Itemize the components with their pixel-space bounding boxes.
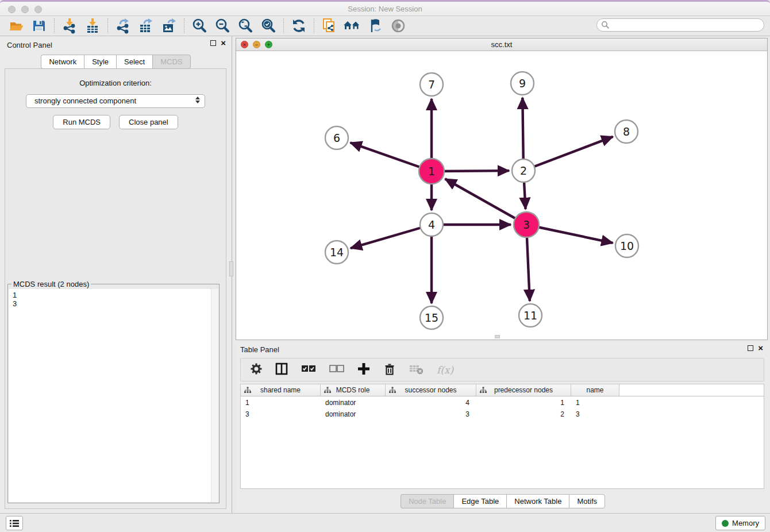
node-14[interactable]: 14 <box>325 241 348 264</box>
table-panel-title: Table Panel <box>240 345 279 354</box>
save-session-button[interactable] <box>28 17 51 34</box>
add-row-button[interactable] <box>357 362 371 378</box>
list-icon <box>9 519 20 528</box>
panel-splitter[interactable] <box>229 261 233 276</box>
import-network-button[interactable] <box>58 17 81 34</box>
column-header-mcds-role[interactable]: MCDS role <box>321 384 386 396</box>
first-neighbors-icon <box>342 18 362 34</box>
control-panel: Control Panel × NetworkStyleSelectMCDS O… <box>0 36 232 513</box>
column-header-name[interactable]: name <box>571 384 619 396</box>
export-network-button[interactable] <box>111 17 134 34</box>
svg-text:14: 14 <box>330 246 344 259</box>
export-image-button[interactable] <box>157 17 180 34</box>
delete-row-button[interactable] <box>383 362 396 378</box>
node-3[interactable]: 3 <box>514 212 539 237</box>
column-type-icon <box>244 387 251 394</box>
export-image-icon <box>160 17 178 34</box>
view-resize-grip[interactable] <box>495 335 500 338</box>
delete-table-icon <box>409 363 425 375</box>
close-panel-icon[interactable]: × <box>221 40 226 46</box>
show-hide-panels-button[interactable] <box>387 17 410 34</box>
node-11[interactable]: 11 <box>519 304 542 327</box>
memory-button[interactable]: Memory <box>715 516 765 530</box>
run-mcds-button[interactable]: Run MCDS <box>53 115 110 129</box>
edge-3-1[interactable] <box>445 179 526 225</box>
delete-table-button[interactable] <box>409 363 425 377</box>
table-cell[interactable]: dominator <box>321 399 386 408</box>
table-cell[interactable]: 3 <box>241 410 321 419</box>
tab-motifs[interactable]: Motifs <box>569 494 605 508</box>
zoom-in-button[interactable] <box>188 17 211 34</box>
main-toolbar <box>0 16 770 36</box>
network-title: scc.txt <box>236 40 767 49</box>
node-9[interactable]: 9 <box>511 72 534 95</box>
tab-mcds[interactable]: MCDS <box>152 55 190 69</box>
zoom-out-button[interactable] <box>211 17 234 34</box>
tab-edge-table[interactable]: Edge Table <box>453 494 506 508</box>
search-box[interactable] <box>596 18 764 32</box>
column-header-successor-nodes[interactable]: successor nodes <box>386 384 476 396</box>
zoom-selected-button[interactable] <box>257 17 280 34</box>
table-cell[interactable]: 1 <box>241 399 321 408</box>
close-table-panel-icon[interactable]: × <box>758 345 763 351</box>
table-row[interactable]: 1dominator411 <box>241 399 764 408</box>
tab-style[interactable]: Style <box>84 55 116 69</box>
node-table-body: 1dominator4113dominator323 <box>241 399 764 419</box>
column-type-icon <box>389 387 396 394</box>
table-cell[interactable]: 2 <box>476 410 571 419</box>
mcds-result-text[interactable]: 1 3 <box>9 289 218 502</box>
export-table-button[interactable] <box>134 17 157 34</box>
node-2[interactable]: 2 <box>512 159 535 182</box>
search-input[interactable] <box>610 21 764 29</box>
tab-network-table[interactable]: Network Table <box>506 494 569 508</box>
open-session-button[interactable] <box>5 17 28 34</box>
show-columns-button[interactable] <box>275 362 288 378</box>
table-row[interactable]: 3dominator323 <box>241 410 764 419</box>
first-neighbors-button[interactable] <box>341 17 364 34</box>
hide-graphics-details-button[interactable] <box>364 17 387 34</box>
table-cell[interactable]: 1 <box>571 399 619 408</box>
edge-4-14[interactable] <box>351 225 432 248</box>
tab-node-table[interactable]: Node Table <box>401 494 454 508</box>
node-8[interactable]: 8 <box>615 120 638 143</box>
close-panel-button[interactable]: Close panel <box>119 115 178 129</box>
zoom-in-icon <box>191 17 208 34</box>
zoom-fit-button[interactable] <box>234 17 257 34</box>
criterion-dropdown[interactable]: strongly connected component <box>26 94 205 108</box>
svg-text:10: 10 <box>620 240 634 252</box>
table-cell[interactable]: 4 <box>386 399 476 408</box>
table-cell[interactable]: 1 <box>476 399 571 408</box>
deselect-all-button[interactable] <box>329 364 345 376</box>
task-history-button[interactable] <box>6 516 23 530</box>
svg-text:3: 3 <box>523 218 530 231</box>
import-table-button[interactable] <box>81 17 104 34</box>
float-panel-icon[interactable] <box>210 40 216 46</box>
app-title-bar: Session: New Session <box>0 0 770 16</box>
node-7[interactable]: 7 <box>420 73 443 96</box>
table-cell[interactable]: 3 <box>571 410 619 419</box>
node-1[interactable]: 1 <box>419 159 444 184</box>
clone-network-button[interactable] <box>318 17 341 34</box>
node-10[interactable]: 10 <box>615 234 638 257</box>
node-15[interactable]: 15 <box>420 306 443 329</box>
float-table-panel-icon[interactable] <box>748 345 753 351</box>
table-cell[interactable]: 3 <box>386 410 476 419</box>
network-window-titlebar[interactable]: × − + scc.txt <box>236 38 767 51</box>
trash-icon <box>383 362 396 376</box>
column-label: shared name <box>260 386 301 394</box>
table-settings-button[interactable] <box>250 363 263 377</box>
edge-2-8[interactable] <box>523 137 613 171</box>
function-builder-button[interactable]: f(x) <box>437 364 453 376</box>
tab-select[interactable]: Select <box>116 55 152 69</box>
select-all-button[interactable] <box>301 364 317 376</box>
network-canvas[interactable]: 7968124314101511 <box>236 51 767 340</box>
column-header-predecessor-nodes[interactable]: predecessor nodes <box>476 384 571 396</box>
node-6[interactable]: 6 <box>325 126 348 149</box>
tab-network[interactable]: Network <box>41 55 84 69</box>
apply-layout-button[interactable] <box>287 17 310 34</box>
node-4[interactable]: 4 <box>420 213 443 236</box>
result-scrollbar[interactable] <box>211 289 218 502</box>
column-header-shared-name[interactable]: shared name <box>241 384 321 396</box>
table-cell[interactable]: dominator <box>321 410 386 419</box>
search-icon <box>601 21 610 29</box>
